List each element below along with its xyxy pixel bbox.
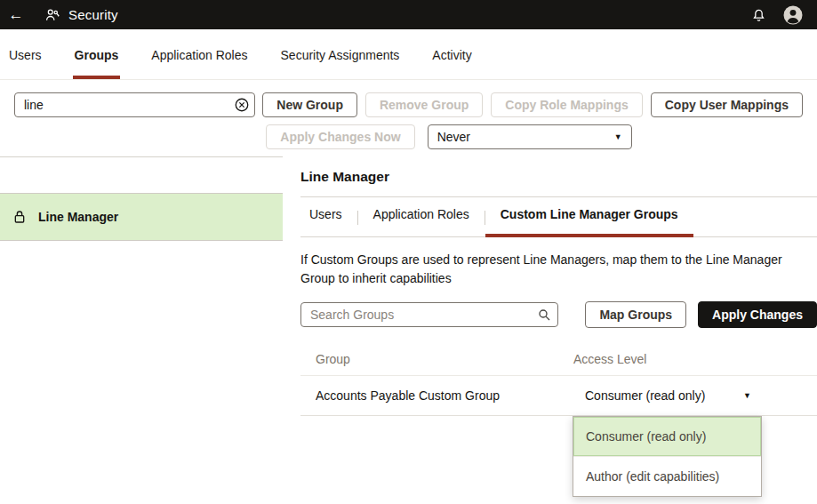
access-level-value: Consumer (read only) (585, 388, 705, 403)
user-avatar[interactable] (774, 1, 812, 29)
schedule-select[interactable]: Never ▼ (428, 124, 632, 149)
tab-users[interactable]: Users (7, 29, 44, 79)
apply-changes-now-button[interactable]: Apply Changes Now (266, 124, 414, 149)
map-groups-button[interactable]: Map Groups (585, 301, 686, 328)
new-group-button[interactable]: New Group (262, 92, 357, 117)
table-row: Accounts Payable Custom Group Consumer (… (300, 376, 817, 416)
table-header-row: Group Access Level (300, 342, 817, 376)
detail-tab-custom-line-manager-groups[interactable]: Custom Line Manager Groups (485, 207, 693, 237)
group-search-input[interactable] (14, 92, 255, 117)
groups-search-row: Map Groups Apply Changes (300, 301, 817, 328)
content-area: Line Manager Line Manager Users Applicat… (0, 156, 817, 504)
search-icon[interactable] (537, 308, 551, 322)
dropdown-option-consumer[interactable]: Consumer (read only) (573, 417, 761, 456)
page-title: Security (68, 7, 118, 22)
group-list-item-line-manager[interactable]: Line Manager (0, 193, 283, 241)
search-groups-input[interactable] (300, 302, 558, 327)
apply-changes-button[interactable]: Apply Changes (698, 301, 817, 328)
access-level-dropdown: Consumer (read only) Author (edit capabi… (573, 416, 762, 497)
detail-tab-application-roles[interactable]: Application Roles (358, 207, 485, 237)
notifications-bell-icon[interactable] (743, 4, 774, 26)
tab-security-assignments[interactable]: Security Assignments (279, 29, 402, 79)
search-groups (300, 302, 558, 327)
groups-list-panel: Line Manager (0, 156, 283, 504)
chevron-down-icon: ▼ (614, 133, 622, 141)
column-header-group: Group (300, 352, 573, 366)
security-icon (44, 7, 60, 23)
tab-activity[interactable]: Activity (430, 29, 473, 79)
detail-tab-bar: Users Application Roles Custom Line Mana… (300, 197, 817, 237)
detail-tab-users[interactable]: Users (300, 207, 357, 237)
description-text: If Custom Groups are used to represent L… (300, 251, 813, 288)
schedule-select-value: Never (437, 130, 470, 144)
access-level-select[interactable]: Consumer (read only) ▼ (573, 388, 751, 403)
clear-search-icon[interactable] (234, 97, 250, 113)
top-bar: ← Security (0, 0, 817, 29)
groups-toolbar: New Group Remove Group Copy Role Mapping… (0, 80, 817, 156)
back-button[interactable]: ← (0, 0, 32, 29)
dropdown-option-author[interactable]: Author (edit capabilities) (573, 456, 761, 496)
column-header-access-level: Access Level (573, 352, 646, 366)
main-tab-bar: Users Groups Application Roles Security … (0, 29, 817, 80)
remove-group-button[interactable]: Remove Group (365, 92, 483, 117)
group-cell: Accounts Payable Custom Group (300, 388, 573, 403)
group-name: Line Manager (38, 210, 118, 224)
tab-groups[interactable]: Groups (73, 29, 121, 79)
copy-user-mappings-button[interactable]: Copy User Mappings (651, 92, 803, 117)
custom-groups-table: Group Access Level Accounts Payable Cust… (300, 342, 817, 416)
chevron-down-icon: ▼ (743, 392, 751, 400)
copy-role-mappings-button[interactable]: Copy Role Mappings (491, 92, 642, 117)
toolbar-buttons: New Group Remove Group Copy Role Mapping… (262, 92, 803, 149)
detail-title: Line Manager (300, 169, 817, 197)
tab-application-roles[interactable]: Application Roles (149, 29, 249, 79)
group-search (14, 92, 255, 117)
lock-icon (12, 209, 27, 225)
group-detail-panel: Line Manager Users Application Roles Cus… (283, 156, 817, 504)
